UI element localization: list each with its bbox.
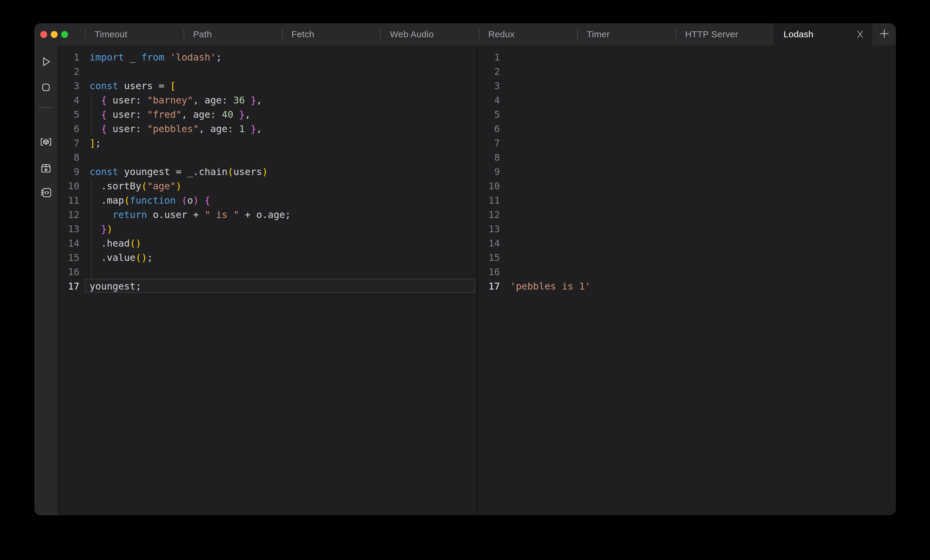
output-code: 'pebbles is 1': [510, 50, 591, 515]
tab-timer[interactable]: Timer: [577, 23, 676, 45]
snippets-button[interactable]: [39, 186, 53, 199]
tab-label: Redux: [488, 29, 514, 39]
line-number: 11: [478, 193, 500, 207]
code-line[interactable]: [510, 136, 591, 150]
line-number: 6: [478, 122, 500, 136]
code-line[interactable]: { user: "fred", age: 40 },: [89, 107, 291, 122]
tab-http-server[interactable]: HTTP Server: [676, 23, 774, 45]
main-content: 1234567891011121314151617 import _ from …: [34, 45, 896, 515]
tab-redux[interactable]: Redux: [479, 23, 577, 45]
tab-path[interactable]: Path: [183, 23, 282, 45]
code-line[interactable]: }): [89, 222, 291, 236]
code-line[interactable]: [510, 93, 591, 107]
sidebar: [34, 45, 57, 515]
code-line[interactable]: [510, 79, 591, 93]
code-line[interactable]: [510, 122, 591, 136]
line-number: 5: [57, 107, 79, 122]
code-line[interactable]: [510, 265, 591, 279]
code-line[interactable]: [510, 179, 591, 193]
line-number: 16: [478, 265, 500, 279]
code-line[interactable]: [89, 265, 291, 279]
code-line[interactable]: .head(): [89, 236, 291, 250]
line-number: 10: [57, 179, 79, 193]
package-install-icon: [39, 161, 53, 175]
code-line[interactable]: [510, 236, 591, 250]
stop-icon: [39, 80, 53, 94]
code-line[interactable]: .sortBy("age"): [89, 179, 291, 193]
code-line[interactable]: [510, 107, 591, 122]
line-number: 17: [478, 279, 500, 293]
tab-timeout[interactable]: Timeout: [85, 23, 183, 45]
code-line[interactable]: [510, 222, 591, 236]
code-line[interactable]: [510, 150, 591, 164]
code-line[interactable]: const users = [: [89, 79, 291, 93]
tab-label: Timer: [587, 29, 610, 39]
run-icon: [39, 55, 53, 69]
line-number: 13: [57, 222, 79, 236]
line-number: 8: [57, 150, 79, 164]
line-number: 6: [57, 122, 79, 136]
tab-web-audio[interactable]: Web Audio: [380, 23, 479, 45]
line-number: 8: [478, 150, 500, 164]
line-number: 14: [478, 236, 500, 250]
line-number: 9: [57, 164, 79, 179]
code-line[interactable]: .map(function (o) {: [89, 193, 291, 207]
minimize-window-button[interactable]: [51, 31, 58, 38]
tab-fetch[interactable]: Fetch: [282, 23, 380, 45]
tab-label: HTTP Server: [685, 29, 738, 39]
line-number: 3: [478, 79, 500, 93]
packages-button[interactable]: [39, 135, 53, 149]
output-pane[interactable]: 1234567891011121314151617 'pebbles is 1': [478, 45, 896, 515]
code-line[interactable]: [510, 207, 591, 222]
line-number: 12: [478, 207, 500, 222]
close-window-button[interactable]: [40, 31, 47, 38]
zoom-window-button[interactable]: [61, 31, 68, 38]
code-line[interactable]: [510, 50, 591, 64]
line-number: 5: [478, 107, 500, 122]
install-package-button[interactable]: [39, 161, 53, 175]
code-line[interactable]: { user: "pebbles", age: 1 },: [89, 122, 291, 136]
line-number: 11: [57, 193, 79, 207]
line-number: 17: [57, 279, 79, 293]
line-number: 7: [478, 136, 500, 150]
run-button[interactable]: [39, 55, 53, 69]
code-line[interactable]: return o.user + " is " + o.age;: [89, 207, 291, 222]
new-tab-button[interactable]: [872, 23, 896, 45]
code-line[interactable]: [89, 150, 291, 164]
code-line[interactable]: [89, 64, 291, 79]
code-editor-pane[interactable]: 1234567891011121314151617 import _ from …: [57, 45, 477, 515]
sidebar-divider: [38, 107, 54, 108]
tab-lodash[interactable]: Lodash: [774, 23, 872, 45]
line-number: 10: [478, 179, 500, 193]
line-number: 15: [57, 250, 79, 265]
code-line[interactable]: const youngest = _.chain(users): [89, 164, 291, 179]
code-line[interactable]: [510, 64, 591, 79]
code-line[interactable]: youngest;: [89, 279, 291, 293]
package-brackets-icon: [39, 135, 53, 149]
line-number: 14: [57, 236, 79, 250]
code-line[interactable]: 'pebbles is 1': [510, 279, 591, 293]
code-line[interactable]: ];: [89, 136, 291, 150]
line-number: 7: [57, 136, 79, 150]
stop-button[interactable]: [39, 80, 53, 94]
app-window: TimeoutPathFetchWeb AudioReduxTimerHTTP …: [34, 23, 896, 515]
line-number: 15: [478, 250, 500, 265]
line-number: 4: [478, 93, 500, 107]
code-line[interactable]: import _ from 'lodash';: [89, 50, 291, 64]
code-line[interactable]: .value();: [89, 250, 291, 265]
close-tab-icon[interactable]: [856, 30, 865, 39]
traffic-lights: [34, 23, 85, 45]
line-number: 16: [57, 265, 79, 279]
code-notebook-icon: [39, 186, 53, 199]
code-line[interactable]: [510, 250, 591, 265]
editor-code: import _ from 'lodash';const users = [ {…: [89, 50, 291, 515]
line-number: 12: [57, 207, 79, 222]
line-number: 1: [478, 50, 500, 64]
tab-label: Lodash: [784, 29, 813, 39]
tab-strip: TimeoutPathFetchWeb AudioReduxTimerHTTP …: [85, 23, 872, 45]
line-number: 9: [478, 164, 500, 179]
output-line-numbers: 1234567891011121314151617: [478, 50, 500, 515]
code-line[interactable]: { user: "barney", age: 36 },: [89, 93, 291, 107]
code-line[interactable]: [510, 164, 591, 179]
code-line[interactable]: [510, 193, 591, 207]
